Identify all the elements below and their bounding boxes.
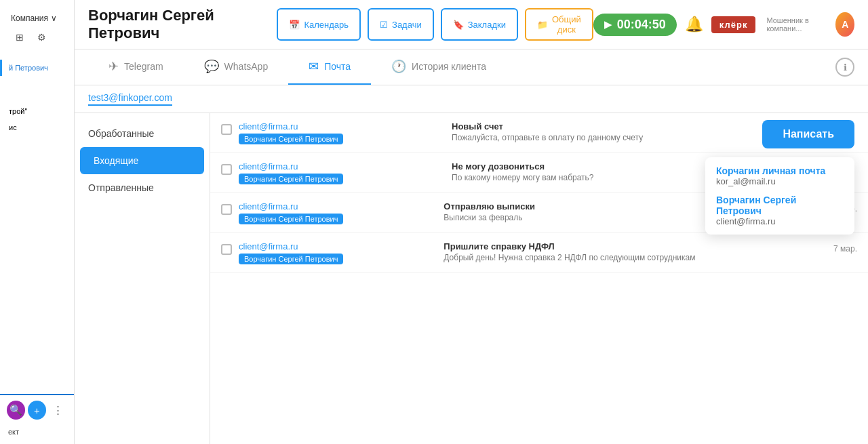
sidebar-add-icon[interactable]: + xyxy=(28,401,46,420)
left-sidebar: Компания ∨ ⊞ ⚙ й Петрович трой" ис 🔍 + ⋮ xyxy=(0,0,75,444)
klerk-button[interactable]: клёрк xyxy=(711,16,756,33)
email-main-1: client@firma.ru Ворчагин Сергей Петрович xyxy=(239,121,438,144)
company-label: Компания xyxy=(11,14,48,23)
sidebar-footer-item: ект xyxy=(0,425,74,439)
folder-sent[interactable]: Отправленные xyxy=(75,174,210,201)
tab-whatsapp[interactable]: 💬 WhatsApp xyxy=(184,49,289,85)
write-area: Написать Корчагин личная почта kor_al@ma… xyxy=(762,120,854,148)
folders-panel: Обработанные Входящие Отправленные xyxy=(75,113,210,444)
email-main-2: client@firma.ru Ворчагин Сергей Петрович xyxy=(239,161,438,184)
top-bar: Ворчагин Сергей Петрович 📅 Календарь ☑ З… xyxy=(75,0,868,49)
avatar[interactable]: А xyxy=(835,12,854,37)
folder-processed[interactable]: Обработанные xyxy=(75,120,210,147)
tabs: ✈ Telegram 💬 WhatsApp ✉ Почта 🕐 История … xyxy=(75,49,868,85)
write-button[interactable]: Написать xyxy=(762,120,854,148)
email-checkbox-4[interactable] xyxy=(221,244,232,255)
email-from-1: client@firma.ru xyxy=(239,121,438,132)
company-chevron-icon: ∨ xyxy=(51,14,57,23)
sidebar-item-1[interactable]: трой" xyxy=(0,103,74,119)
company-button[interactable]: Компания ∨ xyxy=(5,11,68,26)
email-badge-2: Ворчагин Сергей Петрович xyxy=(239,174,343,184)
folder-icon: 📁 xyxy=(537,20,548,30)
tab-email[interactable]: ✉ Почта xyxy=(288,49,371,85)
email-preview-4: Добрый день! Нужна справка 2 НДФЛ по сле… xyxy=(443,253,827,262)
dropdown-name-1: Корчагин личная почта xyxy=(716,165,844,176)
dropdown-email-2: client@firma.ru xyxy=(716,216,844,226)
whatsapp-icon: 💬 xyxy=(204,59,219,74)
fraud-badge: Мошенник в компани... xyxy=(766,16,827,33)
email-subject-4: Пришлите справку НДФЛ xyxy=(443,241,827,251)
info-button[interactable]: ℹ xyxy=(835,58,854,77)
dropdown-email-1: kor_al@mail.ru xyxy=(716,176,844,186)
email-row[interactable]: client@firma.ru Ворчагин Сергей Петрович… xyxy=(210,233,868,273)
email-checkbox-2[interactable] xyxy=(221,164,232,175)
sidebar-menu-icon[interactable]: ⋮ xyxy=(49,401,67,420)
email-from-3: client@firma.ru xyxy=(239,201,430,211)
email-badge-1: Ворчагин Сергей Петрович xyxy=(239,134,343,144)
dropdown-item-2[interactable]: Ворчагин Сергей Петрович client@firma.ru xyxy=(716,195,844,226)
email-badge-4: Ворчагин Сергей Петрович xyxy=(239,254,343,264)
timer-display: 00:04:50 xyxy=(617,18,666,32)
sidebar-search-icon[interactable]: 🔍 xyxy=(7,401,25,420)
email-from-4: client@firma.ru xyxy=(239,241,430,251)
dropdown-name-2: Ворчагин Сергей Петрович xyxy=(716,195,844,216)
bookmarks-button[interactable]: 🔖 Закладки xyxy=(441,8,518,41)
tasks-button[interactable]: ☑ Задачи xyxy=(368,8,434,41)
tab-history[interactable]: 🕐 История клиента xyxy=(371,49,507,85)
email-from-2: client@firma.ru xyxy=(239,161,438,171)
email-main-3: client@firma.ru Ворчагин Сергей Петрович xyxy=(239,201,430,224)
folder-inbox[interactable]: Входящие xyxy=(80,147,204,174)
email-content: Обработанные Входящие Отправленные clien… xyxy=(75,113,868,444)
action-buttons: 📅 Календарь ☑ Задачи 🔖 Закладки 📁 Общий … xyxy=(277,8,593,41)
email-checkbox-1[interactable] xyxy=(221,124,232,135)
comm-area: ✈ Telegram 💬 WhatsApp ✉ Почта 🕐 История … xyxy=(75,49,868,444)
telegram-icon: ✈ xyxy=(108,59,119,74)
email-date-4: 7 мар. xyxy=(833,244,857,254)
page-title: Ворчагин Сергей Петрович xyxy=(88,7,263,42)
sidebar-item-2[interactable]: ис xyxy=(0,119,74,136)
tasks-icon: ☑ xyxy=(380,20,388,30)
email-body-4: Пришлите справку НДФЛ Добрый день! Нужна… xyxy=(437,241,827,262)
email-filter-bar: test3@finkoper.com xyxy=(75,85,868,113)
bell-icon[interactable]: 🔔 xyxy=(685,16,703,33)
dropdown-item-1[interactable]: Корчагин личная почта kor_al@mail.ru xyxy=(716,165,844,186)
sidebar-contact-name[interactable]: й Петрович xyxy=(0,60,74,76)
email-checkbox-3[interactable] xyxy=(221,204,232,215)
bookmarks-icon: 🔖 xyxy=(453,20,464,30)
calendar-icon: 📅 xyxy=(289,20,300,30)
email-badge-3: Ворчагин Сергей Петрович xyxy=(239,214,343,224)
sidebar-settings-icon[interactable]: ⚙ xyxy=(33,28,50,46)
email-icon: ✉ xyxy=(309,59,319,74)
shared-disk-button[interactable]: 📁 Общий диск xyxy=(525,8,593,41)
email-main-4: client@firma.ru Ворчагин Сергей Петрович xyxy=(239,241,430,264)
sidebar-bottom-bar: 🔍 + ⋮ xyxy=(0,395,74,425)
email-address-filter[interactable]: test3@finkoper.com xyxy=(88,92,172,106)
calendar-button[interactable]: 📅 Календарь xyxy=(277,8,361,41)
timer-button[interactable]: ▶ 00:04:50 xyxy=(593,14,677,36)
play-icon: ▶ xyxy=(604,19,612,30)
compose-dropdown: Корчагин личная почта kor_al@mail.ru Вор… xyxy=(705,157,854,235)
sidebar-layout-icon[interactable]: ⊞ xyxy=(11,28,28,46)
top-bar-right: ▶ 00:04:50 🔔 клёрк Мошенник в компани...… xyxy=(593,12,854,37)
tab-telegram[interactable]: ✈ Telegram xyxy=(88,49,184,85)
history-icon: 🕐 xyxy=(391,59,406,74)
